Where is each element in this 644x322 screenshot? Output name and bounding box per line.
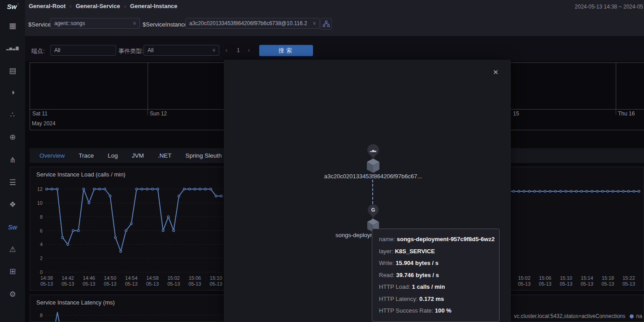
- event-type-label: 事件类型:: [118, 47, 144, 55]
- service-instance-select[interactable]: a3c20c020133453f864206f97b6c6738@10.116.…: [185, 18, 320, 29]
- tab-log[interactable]: Log: [108, 152, 118, 159]
- close-icon[interactable]: ✕: [493, 69, 499, 75]
- app-logo[interactable]: Sw◝: [0, 2, 25, 10]
- time-range[interactable]: 2024-05-13 14:38 ~ 2024-05: [575, 4, 643, 10]
- svg-text:15:06: 15:06: [189, 275, 201, 281]
- chevron-down-icon: ∨: [133, 18, 136, 28]
- svg-text:05-13: 05-13: [518, 281, 531, 287]
- tab-trace[interactable]: Trace: [78, 152, 94, 159]
- g-logo-icon: G: [371, 207, 375, 212]
- svg-text:2: 2: [40, 256, 43, 261]
- scatter-dots-icon[interactable]: ∴: [0, 110, 25, 120]
- svg-text:05-13: 05-13: [622, 281, 635, 287]
- tooltip-row: HTTP Load: 1 calls / min: [379, 281, 495, 293]
- logo-swoosh-icon: ◝: [16, 2, 18, 7]
- timeline-month-label: May 2024: [32, 120, 56, 127]
- globe-icon[interactable]: ⊕: [0, 132, 25, 143]
- svg-text:6: 6: [40, 228, 43, 234]
- svg-text:10: 10: [37, 200, 43, 206]
- breadcrumb-root[interactable]: General-Root: [29, 3, 65, 9]
- svg-text:15:10: 15:10: [560, 275, 572, 281]
- trace-topology-icon[interactable]: ❖: [0, 199, 25, 210]
- svg-text:4: 4: [40, 242, 43, 247]
- tab-overview[interactable]: Overview: [39, 152, 65, 159]
- event-type-select-value: All: [148, 47, 153, 53]
- timeline-day-label: Sun 12: [148, 110, 167, 117]
- search-button[interactable]: 搜索: [259, 45, 313, 56]
- breadcrumb: General-Root›General-Service›General-Ins…: [29, 3, 178, 9]
- svg-text:14:50: 14:50: [104, 275, 117, 281]
- svg-text:05-13: 05-13: [539, 281, 552, 287]
- alert-icon[interactable]: ⚠: [0, 244, 25, 255]
- tab-jvm[interactable]: JVM: [132, 152, 144, 159]
- svg-text:15:10: 15:10: [210, 275, 222, 281]
- prev-page-button[interactable]: ‹: [226, 45, 227, 56]
- svg-text:05-13: 05-13: [104, 281, 117, 287]
- sitemap-icon: [323, 21, 330, 27]
- timeline-gridline: [616, 63, 616, 115]
- metrics-chart-icon[interactable]: ▂▅▃▇: [0, 43, 25, 54]
- breadcrumb-separator: ›: [124, 3, 126, 9]
- breadcrumb-service[interactable]: General-Service: [76, 3, 120, 9]
- svg-text:14:58: 14:58: [146, 275, 159, 281]
- svg-text:05-13: 05-13: [210, 281, 222, 287]
- widgets-add-icon[interactable]: ⊞: [0, 266, 25, 277]
- tooltip-row: HTTP Latency: 0.172 ms: [379, 293, 495, 305]
- instance-node-cube-icon[interactable]: [366, 158, 380, 173]
- svg-text:05-13: 05-13: [125, 281, 138, 287]
- tooltip-row: HTTP Success Rate: 100 %: [379, 305, 495, 317]
- pie-chart-icon[interactable]: ◑: [0, 87, 25, 98]
- tooltip-row: Write: 15.904 bytes / s: [379, 257, 495, 269]
- svg-text:14:42: 14:42: [61, 275, 74, 281]
- skywalking-instance-page: General-Root›General-Service›General-Ins…: [0, 0, 644, 322]
- list-icon[interactable]: ☰: [0, 177, 25, 188]
- next-page-button[interactable]: ›: [248, 45, 250, 56]
- service-label: $Service: [28, 21, 51, 28]
- svg-text:05-13: 05-13: [83, 281, 95, 287]
- service-select[interactable]: agent::songs ∨: [50, 18, 140, 29]
- svg-text:0: 0: [40, 269, 43, 275]
- svg-text:8: 8: [40, 214, 43, 220]
- tab--net[interactable]: .NET: [158, 152, 172, 159]
- bar-chart-icon: ▂▅▃: [370, 149, 376, 152]
- marketplace-icon[interactable]: ▦: [0, 21, 25, 31]
- settings-gear-icon[interactable]: ⚙: [0, 289, 25, 300]
- timeline-day-label: 15: [511, 110, 519, 117]
- svg-text:15:02: 15:02: [518, 275, 531, 281]
- node-tooltip: name: songs-deployment-957c9f8d5-6wz26la…: [372, 229, 500, 322]
- instance-topology-button[interactable]: [320, 18, 332, 30]
- legend-text: vc.cluster.local:5432,status=activeConne…: [514, 313, 625, 319]
- timeline-gridline: [148, 63, 148, 115]
- svg-text:05-13: 05-13: [188, 281, 201, 287]
- svg-text:12: 12: [37, 186, 43, 192]
- service-node-pin[interactable]: G: [368, 204, 379, 215]
- tab-spring-sleuth[interactable]: Spring Sleuth: [186, 152, 222, 159]
- svg-text:15:02: 15:02: [167, 275, 180, 281]
- breadcrumb-instance[interactable]: General-Instance: [130, 3, 178, 9]
- svg-text:05-13: 05-13: [40, 281, 53, 287]
- svg-text:8: 8: [40, 313, 43, 318]
- service-select-value: agent::songs: [54, 20, 85, 26]
- svg-text:15:06: 15:06: [539, 275, 552, 281]
- topology-icon[interactable]: ⋔: [0, 155, 25, 166]
- timeline-day-label: Sat 11: [30, 110, 48, 117]
- event-type-select[interactable]: All ∨: [144, 45, 219, 56]
- instance-topology-dialog: ✕ ▂▅▃ a3c20c020133453f864206f97b6c67... …: [224, 60, 511, 322]
- skywalking-logo-icon[interactable]: Sw: [0, 222, 25, 233]
- database-icon[interactable]: ▤: [0, 66, 25, 76]
- svg-text:05-13: 05-13: [146, 281, 159, 287]
- endpoint-input[interactable]: All: [50, 45, 116, 56]
- instance-node-pin[interactable]: ▂▅▃: [367, 144, 379, 156]
- tooltip-body: name: songs-deployment-957c9f8d5-6wz26la…: [379, 234, 495, 317]
- legend-dot-icon: [630, 314, 634, 318]
- endpoint-label: 端点:: [31, 47, 45, 55]
- service-instance-label: $ServiceInstance: [143, 21, 187, 28]
- service-node-label: songs-deploym: [335, 232, 372, 238]
- chart-legend[interactable]: vc.cluster.local:5432,status=activeConne…: [514, 313, 642, 319]
- svg-text:15:18: 15:18: [602, 275, 614, 281]
- svg-text:15:22: 15:22: [622, 275, 635, 281]
- svg-text:14:54: 14:54: [125, 275, 138, 281]
- header-bar: General-Root›General-Service›General-Ins…: [25, 0, 644, 36]
- chevron-down-icon: ∨: [313, 18, 316, 28]
- timeline-day-label: Thu 16: [616, 110, 635, 117]
